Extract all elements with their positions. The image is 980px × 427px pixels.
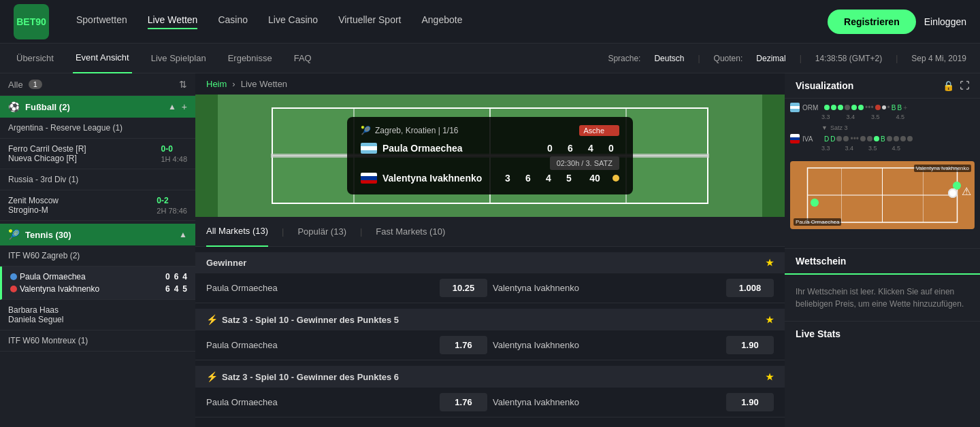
scores-ivakhnenko: 645	[165, 284, 187, 294]
match-item-ferro[interactable]: Ferro Carril Oeste [R] Nueva Chicago [R]…	[0, 139, 195, 169]
sub-nav-faq[interactable]: FAQ	[291, 44, 314, 73]
flag-ormaechea	[10, 273, 17, 280]
nav-casino[interactable]: Casino	[218, 14, 248, 29]
league-russia[interactable]: Russia - 3rd Div (1)	[0, 169, 195, 190]
punkt5-star-icon[interactable]: ★	[766, 315, 774, 325]
quoten-label: Quoten:	[714, 54, 743, 63]
team2-strogino: Strogino-M	[8, 205, 59, 215]
p2-s1: 3	[500, 173, 516, 184]
breadcrumb-current: Live Wetten	[241, 79, 287, 89]
sub-nav-live-spielplan[interactable]: Live Spielplan	[148, 44, 209, 73]
all-label: Alle	[8, 80, 23, 90]
nav-sportwetten[interactable]: Sportwetten	[76, 14, 127, 29]
flag-ivakhnenko	[10, 286, 17, 292]
player-haas: Barbara Haas	[8, 305, 187, 315]
tennis-arrow: ▲	[179, 230, 187, 239]
sport-header-football[interactable]: ⚽ Fußball (2) ▲ +	[0, 96, 195, 118]
gewinner-title: Gewinner	[206, 258, 246, 268]
orm-axis: 3.3 3.4 3.5 4.5	[821, 114, 975, 120]
wettschein-title: Wettschein	[796, 256, 846, 267]
match-item-zenit[interactable]: Zenit Moscow Strogino-M 0-2 2H 78:46	[0, 190, 195, 221]
breadcrumb-home[interactable]: Heim	[206, 79, 227, 89]
satz-label: ▼ Satz 3	[821, 124, 975, 131]
wettschein-body: Ihr Wettschein ist leer. Klicken Sie auf…	[785, 275, 980, 321]
orm-flag-icon	[790, 103, 800, 112]
live-stats-header[interactable]: Live Stats	[785, 321, 980, 346]
sidebar-all[interactable]: Alle 1	[8, 80, 42, 90]
gewinner-header[interactable]: Gewinner ★	[195, 252, 785, 273]
lock-icon[interactable]: 🔒	[943, 80, 954, 91]
player2-viz-label: Valentyna Ivakhnenko	[914, 165, 971, 172]
gewinner-star-icon[interactable]: ★	[766, 258, 774, 268]
tennis-league-montreux[interactable]: ITF W60 Montreux (1)	[0, 330, 195, 352]
score-overlay: 🎾 Zagreb, Kroatien | 1/16 Asche Paula Or…	[347, 117, 633, 194]
tennis-league-zagreb[interactable]: ITF W60 Zagreb (2)	[0, 245, 195, 267]
odds-p5-p1-value[interactable]: 1.76	[440, 336, 487, 354]
sport-header-tennis[interactable]: 🎾 Tennis (30) ▲	[0, 224, 195, 245]
scores-ormaechea: 064	[165, 272, 187, 281]
sub-nav-event-ansicht[interactable]: Event Ansicht	[73, 44, 132, 73]
all-badge: 1	[29, 80, 42, 89]
live-stats-title: Live Stats	[796, 328, 840, 339]
football-arrow: ▲	[168, 102, 176, 112]
iva-dots: D D ••• B	[824, 134, 975, 143]
odds-p2-name: Valentyna Ivakhnenko	[493, 283, 579, 293]
odds-p6-p2-col: Valentyna Ivakhnenko 1.90	[493, 393, 774, 411]
tab-popular[interactable]: Populär (13)	[297, 217, 346, 247]
player2-score-row: Valentyna Ivakhnenko 3 6 4 5 40	[361, 173, 619, 184]
odds-p2-value[interactable]: 1.008	[726, 279, 774, 297]
tennis-label: Tennis (30)	[25, 230, 179, 240]
p2-s5: 40	[587, 173, 603, 184]
odds-p6-p1-value[interactable]: 1.76	[440, 393, 487, 411]
sprache-label: Sprache:	[608, 54, 640, 63]
login-button[interactable]: Einloggen	[924, 16, 966, 27]
p2-s4: 5	[561, 173, 577, 184]
left-sidebar: Alle 1 ⇅ ⚽ Fußball (2) ▲ + Argentina - R…	[0, 73, 195, 427]
player1-sets: 0 6 4 0	[542, 143, 619, 154]
punkt5-header[interactable]: ⚡ Satz 3 - Spiel 10 - Gewinner des Punkt…	[195, 309, 785, 330]
odds-p1-value[interactable]: 10.25	[440, 279, 487, 297]
sub-nav-ubersicht[interactable]: Übersicht	[14, 44, 56, 73]
sprache-value[interactable]: Deutsch	[654, 54, 684, 63]
player1-score-row: Paula Ormaechea 0 6 4 0	[361, 143, 619, 154]
center-panel: Heim › Live Wetten	[195, 73, 785, 427]
odds-p6-p2-value[interactable]: 1.90	[726, 393, 774, 411]
quoten-value[interactable]: Dezimal	[756, 54, 785, 63]
expand-icon[interactable]: ⛶	[960, 80, 969, 91]
sidebar-sort-icon[interactable]: ⇅	[179, 79, 187, 90]
lightning-icon-2: ⚡	[206, 371, 218, 382]
team2-nueva: Nueva Chicago [R]	[8, 154, 86, 163]
nav-live-wetten[interactable]: Live Wetten	[148, 14, 198, 29]
match-item-haas[interactable]: Barbara Haas Daniela Seguel	[0, 300, 195, 330]
p2-s2: 6	[520, 173, 536, 184]
visualization-area: ORM ••• • B B	[785, 99, 980, 248]
ball-icon	[948, 188, 958, 198]
team1-ferro: Ferro Carril Oeste [R]	[8, 144, 86, 154]
time-ferro: 1H 4:48	[161, 155, 187, 163]
warning-icon: ⚠	[962, 185, 971, 198]
sub-nav-ergebnisse[interactable]: Ergebnisse	[225, 44, 275, 73]
separator2: |	[800, 54, 802, 63]
orm-dots: ••• • B B +	[824, 103, 975, 112]
punkt6-star-icon[interactable]: ★	[766, 372, 774, 382]
nav-angebote[interactable]: Angebote	[421, 14, 462, 29]
tab-fast-markets[interactable]: Fast Markets (10)	[376, 217, 445, 247]
punkt6-header[interactable]: ⚡ Satz 3 - Spiel 10 - Gewinner des Punkt…	[195, 366, 785, 388]
score-ferro: 0-0	[161, 144, 187, 154]
odds-p5-p2-value[interactable]: 1.90	[726, 336, 774, 354]
visualization-header: Visualization 🔒 ⛶	[785, 73, 980, 99]
wettschein-header: Wettschein	[785, 248, 980, 275]
tab-all-markets[interactable]: All Markets (13)	[206, 217, 268, 247]
score-zenit: 0-2	[157, 196, 187, 205]
football-add-icon[interactable]: +	[182, 101, 187, 112]
league-argentina[interactable]: Argentina - Reserve League (1)	[0, 118, 195, 139]
market-tabs: All Markets (13) | Populär (13) | Fast M…	[195, 217, 785, 247]
separator3: |	[896, 54, 898, 63]
odds-p2-col: Valentyna Ivakhnenko 1.008	[493, 279, 774, 297]
register-button[interactable]: Registrieren	[828, 10, 916, 34]
nav-live-casino[interactable]: Live Casino	[268, 14, 318, 29]
date-display: Sep 4 Mi, 2019	[911, 54, 966, 63]
active-match-ormaechea[interactable]: Paula Ormaechea 064 Valentyna Ivakhnenko…	[0, 267, 195, 300]
nav-virtueller-sport[interactable]: Virtueller Sport	[338, 14, 401, 29]
top-navigation: BET90 Sportwetten Live Wetten Casino Liv…	[0, 0, 980, 44]
